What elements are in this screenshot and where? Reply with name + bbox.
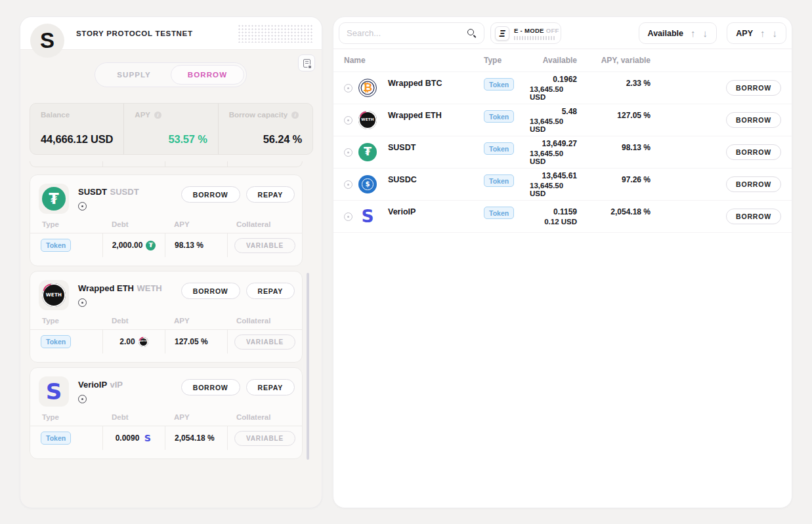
sort-available-button[interactable]: Available ↑ ↓	[639, 22, 717, 44]
variable-rate-button[interactable]: VARIABLE	[234, 431, 295, 446]
token-tile: ₮	[39, 184, 69, 214]
sort-desc-icon[interactable]: ↓	[773, 28, 778, 38]
sort-asc-icon[interactable]: ↑	[691, 28, 696, 38]
verio-coin-icon: S	[358, 207, 377, 226]
asset-name: Wrapped ETH	[383, 111, 484, 120]
column-type-label: Type	[30, 413, 102, 421]
header-apy-variable: APY, variable	[577, 56, 651, 65]
balance-label: Balance	[41, 111, 113, 119]
apy-value: 98.13 %	[165, 233, 227, 257]
sort-desc-icon[interactable]: ↓	[703, 28, 708, 38]
header-type: Type	[484, 56, 530, 65]
borrow-button[interactable]: BORROW	[726, 80, 781, 96]
column-apy-label: APY	[165, 220, 227, 228]
borrow-button[interactable]: BORROW	[726, 144, 781, 160]
usdc-coin-icon: $	[358, 175, 377, 193]
market-row[interactable]: ₮ SUSDT Token 13,649.27 13,645.50 USD 98…	[333, 136, 792, 169]
e-mode-toggle[interactable]: Ξ E - MODEOFF	[490, 22, 561, 44]
column-type-label: Type	[30, 317, 102, 325]
markets-toolbar: Ξ E - MODEOFF Available ↑ ↓ APY ↑ ↓	[333, 17, 792, 49]
apy-label: APY i	[135, 111, 207, 119]
available-amount: 5.48 13,645.50 USD	[530, 107, 577, 133]
apy-value: 2,054.18 %	[165, 426, 227, 450]
token-type-badge: Token	[484, 207, 514, 219]
borrow-button[interactable]: BORROW	[726, 209, 781, 224]
column-debt-label: Debt	[102, 220, 165, 228]
target-icon[interactable]	[78, 298, 87, 307]
debt-amount: 2.00	[119, 337, 135, 346]
target-icon[interactable]	[344, 84, 353, 92]
target-icon[interactable]	[344, 116, 353, 125]
available-amount: 0.1962 13,645.50 USD	[530, 75, 577, 101]
apy-value: 127.05 %	[577, 111, 651, 120]
token-type-badge: Token	[484, 110, 514, 123]
target-icon[interactable]	[78, 202, 87, 211]
dot-pattern-decoration	[238, 24, 314, 43]
sort-available-label: Available	[648, 29, 683, 38]
token-type-badge: Token	[41, 239, 71, 252]
supply-borrow-tabs: SUPPLY BORROW	[95, 62, 247, 87]
weth-coin-icon: WETH	[358, 111, 377, 129]
variable-rate-button[interactable]: VARIABLE	[234, 238, 295, 253]
column-type-label: Type	[30, 220, 102, 228]
market-row[interactable]: WETH Wrapped ETH Token 5.48 13,645.50 US…	[333, 104, 792, 136]
target-icon[interactable]	[344, 212, 353, 221]
info-icon[interactable]: i	[291, 111, 299, 119]
markets-table-header: Name Type Available APY, variable	[333, 49, 792, 72]
header-name: Name	[344, 56, 484, 65]
e-mode-state: OFF	[546, 27, 559, 34]
token-type-badge: Token	[484, 78, 514, 91]
sort-apy-button[interactable]: APY ↑ ↓	[727, 22, 786, 44]
repay-button[interactable]: REPAY	[246, 379, 295, 395]
app: S STORY PROTOCOL TESTNET SUPPLY BORROW B…	[0, 0, 812, 524]
borrow-button[interactable]: BORROW	[181, 186, 240, 203]
document-icon	[303, 59, 310, 68]
positions-scrollbar[interactable]	[307, 273, 309, 460]
info-icon[interactable]: i	[154, 111, 161, 119]
market-row[interactable]: S VerioIP Token 0.1159 0.12 USD 2,054.18…	[333, 201, 792, 233]
transactions-list-button[interactable]	[298, 54, 315, 71]
position-name: VerioIP	[78, 380, 107, 390]
target-icon[interactable]	[78, 395, 87, 403]
apy-value: 98.13 %	[577, 143, 651, 152]
column-collateral-label: Collateral	[227, 413, 302, 421]
search-box	[339, 22, 484, 44]
verio-coin-icon: S	[142, 433, 152, 443]
markets-table-body: ₿ Wrapped BTC Token 0.1962 13,645.50 USD…	[333, 72, 792, 233]
position-values: Token 2,000.00 ₮ 98.13 % VARIABLE	[30, 233, 302, 257]
repay-button[interactable]: REPAY	[246, 186, 295, 203]
borrow-capacity-cell: Borrow capacity i 56.24 %	[219, 104, 312, 154]
wbtc-coin-icon: ₿	[358, 79, 377, 97]
position-symbol: vIP	[110, 380, 123, 390]
market-row[interactable]: $ SUSDC Token 13,645.61 13,645.50 USD 97…	[333, 169, 792, 201]
position-symbol: SUSDT	[110, 187, 139, 197]
repay-button[interactable]: REPAY	[246, 283, 295, 299]
debt-amount: 0.0090	[116, 433, 140, 443]
variable-rate-button[interactable]: VARIABLE	[234, 334, 295, 350]
position-symbol: WETH	[137, 283, 161, 293]
position-columns: Type Debt APY Collateral	[30, 317, 302, 325]
asset-name: VerioIP	[383, 207, 484, 216]
borrow-button[interactable]: BORROW	[181, 283, 240, 299]
position-card: ₮ SUSDT SUSDT BORROW REPAY Type Debt APY…	[30, 174, 303, 266]
search-input[interactable]	[347, 28, 467, 38]
search-icon	[467, 29, 477, 38]
sort-asc-icon[interactable]: ↑	[760, 28, 765, 38]
borrow-button[interactable]: BORROW	[726, 176, 781, 192]
apy-cell: APY i 53.57 %	[124, 104, 218, 154]
account-panel-header: S STORY PROTOCOL TESTNET	[20, 17, 322, 50]
tab-supply[interactable]: SUPPLY	[97, 65, 171, 85]
position-name: SUSDT	[78, 187, 107, 197]
tab-borrow[interactable]: BORROW	[171, 65, 244, 85]
column-apy-label: APY	[165, 413, 227, 421]
borrow-capacity-value: 56.24 %	[229, 133, 302, 146]
column-collateral-label: Collateral	[227, 317, 302, 325]
usdt-coin-icon: ₮	[358, 143, 377, 161]
target-icon[interactable]	[344, 148, 353, 157]
borrow-button[interactable]: BORROW	[726, 112, 781, 128]
column-apy-label: APY	[165, 317, 227, 325]
market-row[interactable]: ₿ Wrapped BTC Token 0.1962 13,645.50 USD…	[333, 72, 792, 104]
apy-value: 97.26 %	[577, 175, 651, 184]
target-icon[interactable]	[344, 180, 353, 189]
borrow-button[interactable]: BORROW	[181, 379, 240, 395]
